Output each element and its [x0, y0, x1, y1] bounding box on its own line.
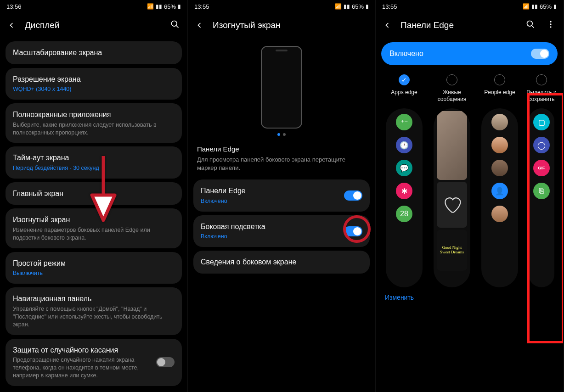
panel-preview-apps: ⁺⁻ 🕐 💬 ✱ 28	[386, 108, 423, 287]
back-button[interactable]	[194, 20, 204, 30]
label: Изогнутый экран	[13, 215, 175, 225]
battery-icon: ▮	[366, 3, 369, 10]
phone-preview	[188, 38, 375, 139]
panel-live-messages[interactable]: Живые сообщения Good Night Sweet Dreams	[430, 74, 474, 287]
app-bar: Панели Edge	[376, 13, 563, 38]
svg-point-4	[550, 21, 551, 22]
master-toggle[interactable]: Включено	[381, 42, 558, 65]
label: Тайм-аут экрана	[13, 153, 175, 163]
item-edge-screen[interactable]: Изогнутый экран Изменение параметров бок…	[6, 208, 182, 248]
label: Простой режим	[13, 258, 175, 269]
status-bar: 13:56 📶 ▮▮ 65% ▮	[0, 0, 187, 13]
clock-icon: 🕐	[396, 137, 412, 153]
item-screen-zoom[interactable]: Масштабирование экрана	[6, 41, 182, 64]
item-edge-lighting[interactable]: Боковая подсветка Включено	[193, 215, 370, 247]
battery-icon: ▮	[178, 3, 181, 10]
toggle-accidental-touch[interactable]	[156, 357, 175, 367]
label: Выделить и сохранить	[525, 89, 558, 104]
clock: 13:55	[382, 3, 397, 10]
label: Включено	[389, 50, 423, 58]
description-title: Панели Edge	[197, 145, 366, 153]
messages-icon: 💬	[396, 160, 412, 176]
add-person-icon: 👤	[491, 183, 508, 199]
item-edge-panels[interactable]: Панели Edge Включено	[193, 179, 370, 211]
status-bar: 13:55 📶 ▮▮ 65% ▮	[376, 0, 563, 13]
label: Сведения о боковом экране	[201, 257, 362, 267]
description: Выберите, какие приложения следует испол…	[13, 121, 175, 137]
back-button[interactable]	[6, 20, 17, 30]
back-button[interactable]	[382, 20, 392, 30]
checkbox-live-messages[interactable]	[446, 74, 457, 85]
search-button[interactable]	[525, 20, 536, 31]
battery-percent: 65%	[352, 3, 364, 10]
heart-drawing-icon	[437, 182, 467, 228]
wifi-icon: 📶	[335, 3, 342, 10]
page-title: Изогнутый экран	[213, 20, 369, 30]
item-fullscreen-apps[interactable]: Полноэкранные приложения Выберите, какие…	[6, 103, 182, 143]
screen-edge-screen: 13:55 📶 ▮▮ 65% ▮ Изогнутый экран Панели …	[188, 0, 376, 392]
panel-preview-select: ▢ ◯ GIF ⎘	[529, 108, 554, 287]
description: Управляйте с помощью кнопок "Домой", "На…	[13, 305, 175, 329]
goodnight-card: Good Night Sweet Dreams	[437, 230, 467, 271]
screen-edge-panels: 13:55 📶 ▮▮ 65% ▮ Панели Edge Включено ✓ …	[376, 0, 564, 392]
search-button[interactable]	[169, 20, 181, 31]
edit-link[interactable]: Изменить	[376, 287, 563, 308]
avatar	[491, 206, 508, 222]
label: Главный экран	[13, 189, 175, 199]
phone-mockup	[261, 46, 302, 129]
value: Выключить	[13, 269, 175, 277]
value: Период бездействия - 30 секунд	[13, 164, 175, 172]
value: Включено	[201, 233, 265, 241]
app-bar: Дисплей	[0, 13, 187, 38]
description: Изменение параметров боковых панелей Edg…	[13, 226, 175, 242]
image-thumbnail	[437, 111, 467, 180]
dot-icon	[277, 133, 280, 136]
checkbox-people-edge[interactable]	[494, 74, 505, 85]
svg-point-2	[527, 21, 533, 26]
description: Предотвращение случайного нажатия экрана…	[13, 356, 151, 380]
panel-smart-select[interactable]: Выделить и сохранить ▢ ◯ GIF ⎘	[525, 74, 558, 287]
clock: 13:56	[6, 3, 22, 10]
description-text: Для просмотра панелей бокового экрана пе…	[197, 156, 366, 172]
svg-line-3	[532, 25, 534, 28]
screen-display-settings: 13:56 📶 ▮▮ 65% ▮ Дисплей Масштабирование…	[0, 0, 188, 392]
panel-apps-edge[interactable]: ✓ Apps edge ⁺⁻ 🕐 💬 ✱ 28	[382, 74, 426, 287]
label: Защита от случайного касания	[13, 345, 151, 355]
label: Разрешение экрана	[13, 74, 175, 84]
item-about-edge[interactable]: Сведения о боковом экране	[193, 251, 370, 274]
item-navigation-bar[interactable]: Навигационная панель Управляйте с помощь…	[6, 287, 182, 335]
item-home-screen[interactable]: Главный экран	[6, 182, 182, 205]
panel-people-edge[interactable]: People edge 👤	[478, 74, 522, 287]
wifi-icon: 📶	[147, 3, 154, 10]
battery-percent: 65%	[540, 3, 552, 10]
toggle-master[interactable]	[531, 49, 549, 59]
item-resolution[interactable]: Разрешение экрана WQHD+ (3040 x 1440)	[6, 68, 182, 100]
signal-icon: ▮▮	[156, 3, 162, 10]
battery-icon: ▮	[553, 3, 557, 10]
signal-icon: ▮▮	[344, 3, 350, 10]
calendar-icon: 28	[396, 206, 412, 222]
svg-point-0	[172, 21, 177, 26]
checkbox-apps-edge[interactable]: ✓	[399, 74, 410, 85]
item-screen-timeout[interactable]: Тайм-аут экрана Период бездействия - 30 …	[6, 146, 182, 178]
toggle-edge-panels[interactable]	[344, 190, 362, 201]
label: Полноэкранные приложения	[13, 110, 175, 120]
checkbox-smart-select[interactable]	[536, 74, 547, 85]
gif-icon: GIF	[533, 160, 550, 176]
signal-icon: ▮▮	[531, 3, 538, 10]
more-button[interactable]	[545, 20, 557, 31]
panel-chooser: ✓ Apps edge ⁺⁻ 🕐 💬 ✱ 28 Живые сообщения …	[376, 70, 563, 287]
page-title: Дисплей	[25, 20, 161, 30]
toggle-edge-lighting[interactable]	[344, 226, 362, 236]
label: People edge	[484, 89, 515, 104]
pin-icon: ⎘	[533, 183, 550, 199]
label: Живые сообщения	[430, 89, 474, 104]
description-block: Панели Edge Для просмотра панелей боково…	[188, 139, 375, 176]
panel-preview-people: 👤	[481, 108, 518, 287]
item-easy-mode[interactable]: Простой режим Выключить	[6, 252, 182, 284]
status-icons: 📶 ▮▮ 65% ▮	[523, 3, 557, 10]
item-accidental-touch[interactable]: Защита от случайного касания Предотвраще…	[6, 339, 182, 386]
rectangle-select-icon: ▢	[533, 114, 550, 130]
svg-point-5	[550, 23, 551, 25]
svg-line-1	[176, 25, 179, 28]
